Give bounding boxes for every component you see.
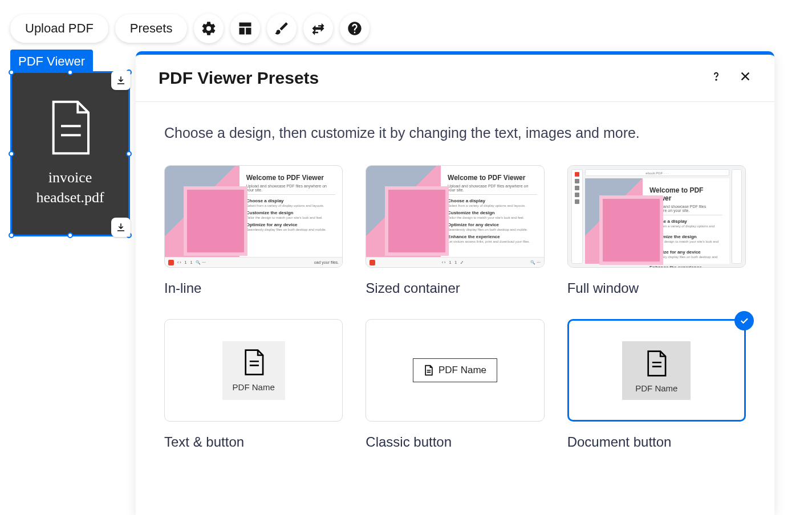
- mock-h: Optimize for any device: [448, 222, 537, 227]
- presets-button[interactable]: Presets: [115, 14, 188, 43]
- panel-title: PDF Viewer Presets: [159, 68, 319, 88]
- close-button[interactable]: [739, 70, 752, 86]
- panel-help-button[interactable]: [709, 70, 723, 87]
- settings-button[interactable]: [194, 14, 224, 43]
- panel-header: PDF Viewer Presets: [136, 55, 774, 102]
- widget-body[interactable]: invoice headset.pdf: [10, 71, 130, 236]
- presets-panel: PDF Viewer Presets Choose a design, then…: [136, 51, 774, 515]
- mock-t: Tailor the design to match your site's l…: [448, 216, 537, 219]
- mock-t: Select from a variety of display options…: [246, 204, 336, 207]
- widget-filename: invoice headset.pdf: [18, 167, 123, 207]
- mock-t: Let visitors access links, print and dow…: [448, 240, 537, 243]
- mock-page: 1: [449, 260, 451, 264]
- mock-h: Choose a display: [246, 198, 336, 203]
- gear-icon: [201, 21, 217, 36]
- mock-title: Welcome to PDF Viewer: [448, 174, 537, 182]
- mock-t: Tailor the design to match your site's l…: [246, 216, 336, 219]
- preset-full-window[interactable]: ebook.PDF · · · Welcome to PDF Viewer Up…: [567, 165, 746, 296]
- mock-page: 1: [190, 260, 193, 264]
- resize-handle[interactable]: [67, 232, 73, 238]
- close-icon: [739, 70, 752, 83]
- resize-handle[interactable]: [9, 151, 14, 157]
- mock-page: 1: [185, 260, 187, 264]
- document-icon: [47, 100, 93, 157]
- horizontal-arrows-icon: [310, 21, 326, 36]
- download-badge[interactable]: [111, 71, 131, 90]
- toolbar: Upload PDF Presets: [10, 14, 370, 43]
- mock-sub: Upload and showcase PDF files anywhere o…: [246, 184, 336, 195]
- download-icon: [116, 222, 126, 232]
- widget-type-label: PDF Viewer: [10, 50, 93, 71]
- panel-description: Choose a design, then customize it by ch…: [164, 125, 746, 141]
- mock-pdf-name: PDF Name: [635, 383, 677, 393]
- mock-t: Seamlessly display files on both desktop…: [448, 228, 537, 231]
- brush-icon: [274, 21, 290, 36]
- mock-h: Optimize for any device: [246, 222, 336, 227]
- help-icon: [347, 21, 363, 36]
- preset-label: Classic button: [366, 434, 544, 450]
- resize-handle[interactable]: [67, 70, 73, 75]
- help-button[interactable]: [340, 14, 370, 43]
- document-icon: [241, 348, 266, 377]
- mock-h: Customize the design: [448, 210, 537, 215]
- resize-handle[interactable]: [126, 151, 132, 157]
- document-icon: [644, 349, 669, 378]
- selected-check-badge: [734, 311, 754, 330]
- stretch-button[interactable]: [303, 14, 333, 43]
- preset-label: Sized container: [366, 280, 544, 296]
- check-icon: [739, 316, 749, 326]
- mock-sub: Upload and showcase PDF files anywhere o…: [448, 184, 537, 195]
- mock-h: Enhance the experience: [649, 265, 722, 268]
- download-icon: [116, 75, 126, 85]
- mock-page: 1: [454, 260, 457, 264]
- presets-grid: Welcome to PDF Viewer Upload and showcas…: [164, 165, 746, 450]
- preset-label: Full window: [567, 280, 746, 296]
- layout-icon: [237, 21, 253, 36]
- preset-document-button[interactable]: PDF Name Document button: [567, 319, 746, 450]
- svg-point-2: [716, 79, 717, 80]
- preset-label: In-line: [164, 280, 343, 296]
- mock-h: Enhance the experience: [448, 234, 537, 239]
- mock-pdf-name: PDF Name: [439, 365, 486, 376]
- download-badge[interactable]: [111, 218, 131, 237]
- preset-text-button[interactable]: PDF Name Text & button: [164, 319, 343, 450]
- panel-body: Choose a design, then customize it by ch…: [136, 102, 774, 450]
- question-icon: [709, 70, 723, 83]
- preset-label: Text & button: [164, 434, 343, 450]
- mock-title: Welcome to PDF Viewer: [246, 174, 336, 182]
- preset-label: Document button: [567, 434, 746, 450]
- mock-h: Customize the design: [246, 210, 336, 215]
- preset-in-line[interactable]: Welcome to PDF Viewer Upload and showcas…: [164, 165, 343, 296]
- preset-sized-container[interactable]: Welcome to PDF Viewer Upload and showcas…: [366, 165, 544, 296]
- mock-h: Choose a display: [448, 198, 537, 203]
- upload-pdf-button[interactable]: Upload PDF: [10, 14, 108, 43]
- preset-classic-button[interactable]: PDF Name Classic button: [366, 319, 544, 450]
- layout-button[interactable]: [230, 14, 260, 43]
- mock-pdf-name: PDF Name: [233, 382, 275, 392]
- design-button[interactable]: [267, 14, 297, 43]
- mock-t: Seamlessly display files on both desktop…: [246, 228, 336, 231]
- resize-handle[interactable]: [9, 232, 14, 238]
- selected-pdf-widget[interactable]: PDF Viewer invoice headset.pdf: [10, 50, 130, 236]
- mock-t: Select from a variety of display options…: [448, 204, 537, 207]
- document-icon: [424, 365, 434, 376]
- resize-handle[interactable]: [9, 70, 14, 75]
